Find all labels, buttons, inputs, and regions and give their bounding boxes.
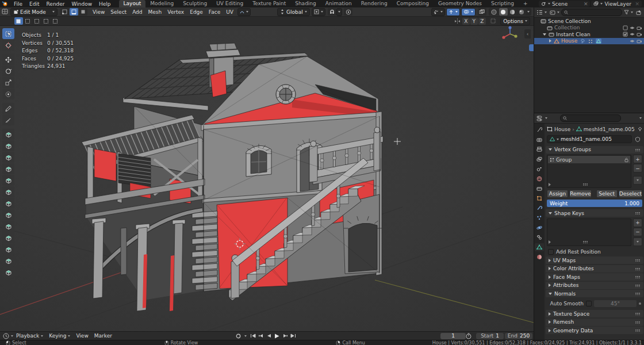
properties-tab-modifiers[interactable] <box>535 204 544 212</box>
mode-dropdown[interactable]: Edit Mode <box>10 8 57 16</box>
timeline-menu-view[interactable]: View <box>73 333 91 339</box>
tool-panel-tab[interactable] <box>529 44 534 51</box>
overlays-dropdown[interactable] <box>461 8 476 16</box>
mirror-x-button[interactable]: X <box>462 18 470 25</box>
shading-rendered-button[interactable] <box>518 8 526 16</box>
properties-tab-render[interactable] <box>535 136 544 144</box>
workspace-tab-rendering[interactable]: Rendering <box>356 0 392 7</box>
snap-options-icon[interactable] <box>489 17 497 25</box>
properties-search[interactable] <box>560 114 621 122</box>
tool-select-box[interactable] <box>2 28 14 39</box>
checkbox-checked-icon[interactable] <box>623 32 628 37</box>
select-extend-button[interactable] <box>24 17 32 25</box>
snap-toggle[interactable] <box>328 8 336 16</box>
blender-logo-icon[interactable] <box>2 1 9 7</box>
timeline-editor-icon[interactable] <box>3 333 9 339</box>
properties-tab-tool[interactable] <box>535 126 544 134</box>
editor-type-icon[interactable] <box>2 9 9 15</box>
tool-smooth[interactable] <box>2 221 14 232</box>
timeline-menu-marker[interactable]: Marker <box>91 333 115 339</box>
orientation-dropdown[interactable]: Global <box>277 8 310 16</box>
workspace-tab-modeling[interactable]: Modeling <box>145 0 178 7</box>
play-reverse-button[interactable] <box>265 332 273 339</box>
remove-vertex-group-button[interactable]: − <box>633 164 642 172</box>
select-button[interactable]: Select <box>596 190 618 198</box>
next-keyframe-button[interactable] <box>281 332 289 339</box>
eye-icon[interactable] <box>630 25 635 30</box>
menu-render[interactable]: Render <box>43 1 68 7</box>
tool-cursor[interactable] <box>2 40 14 51</box>
panel-color-attributes[interactable]: Color Attributes <box>546 265 643 273</box>
sidebar-toggle-arrow[interactable]: ‹ <box>524 29 531 39</box>
mirror-y-button[interactable]: Y <box>470 18 478 25</box>
shading-wireframe-button[interactable] <box>490 8 499 16</box>
expand-arrow-icon[interactable] <box>549 39 551 43</box>
deselect-button[interactable]: Deselect <box>619 190 642 198</box>
outliner-editor-icon[interactable] <box>536 10 543 15</box>
viewlayer-selector[interactable]: ViewLayer ✕ <box>591 1 642 7</box>
properties-tab-object[interactable] <box>535 194 544 202</box>
shading-material-button[interactable] <box>508 8 517 16</box>
panel-shape-keys[interactable]: Shape Keys <box>546 209 643 217</box>
panel-face-maps[interactable]: Face Maps <box>546 273 643 281</box>
viewport-menu-view[interactable]: View <box>90 9 108 15</box>
properties-tab-constraints[interactable] <box>535 233 544 241</box>
tool-spin[interactable] <box>2 209 14 220</box>
select-invert-button[interactable] <box>42 17 51 25</box>
workspace-tab-compositing[interactable]: Compositing <box>392 0 434 7</box>
scene-selector[interactable]: Scene ✕ <box>539 1 591 7</box>
list-filter-row[interactable] <box>549 182 630 187</box>
checkbox-empty-icon[interactable] <box>623 25 628 30</box>
outliner-search[interactable] <box>561 9 622 16</box>
lock-icon[interactable] <box>624 158 628 162</box>
workspace-tab-shading[interactable]: Shading <box>290 0 321 7</box>
tool-scale[interactable] <box>2 77 14 88</box>
mesh-data-icon[interactable] <box>596 39 601 44</box>
camera-icon[interactable] <box>637 39 642 44</box>
workspace-tab-scripting[interactable]: Scripting <box>486 0 519 7</box>
outliner-row-house[interactable]: House <box>534 38 644 45</box>
face-select-button[interactable] <box>79 8 87 16</box>
panel-texture-space[interactable]: Texture Space <box>546 310 643 317</box>
menu-window[interactable]: Window <box>68 1 96 7</box>
properties-tab-output[interactable] <box>535 145 544 154</box>
properties-editor-icon[interactable] <box>536 116 543 121</box>
vertex-groups-list[interactable]: Group <box>547 155 631 188</box>
animate-dot-icon[interactable] <box>639 302 641 305</box>
panel-geometry-data[interactable]: Geometry Data <box>546 327 643 334</box>
current-frame-field[interactable]: 1 <box>440 333 466 339</box>
tool-annotate[interactable] <box>2 103 14 114</box>
timeline-menu-playback[interactable]: Playback <box>13 333 46 339</box>
shading-solid-button[interactable] <box>499 8 508 16</box>
properties-tab-collection[interactable] <box>535 185 544 193</box>
properties-options-chevron[interactable] <box>639 117 642 119</box>
vertex-select-button[interactable] <box>60 8 69 16</box>
end-frame-field[interactable]: End250 <box>505 333 532 339</box>
tool-add-cube[interactable] <box>2 129 14 140</box>
workspace-tab-animation[interactable]: Animation <box>321 0 356 7</box>
workspace-tab-geometry-nodes[interactable]: Geometry Nodes <box>434 0 486 7</box>
pin-icon[interactable] <box>638 126 642 132</box>
add-vertex-group-button[interactable]: + <box>633 155 642 163</box>
expand-arrow-icon[interactable] <box>543 33 546 36</box>
tool-edge-slide[interactable] <box>2 232 14 243</box>
assign-button[interactable]: Assign <box>547 190 568 198</box>
panel-remesh[interactable]: Remesh <box>546 319 643 326</box>
play-button[interactable] <box>273 332 281 339</box>
outliner-row-scene-collection[interactable]: Scene Collection <box>534 18 644 25</box>
options-dropdown[interactable]: Options <box>500 17 530 25</box>
tool-transform[interactable] <box>2 89 14 99</box>
workspace-add-tab[interactable]: + <box>519 0 532 7</box>
viewport-menu-edge[interactable]: Edge <box>187 9 206 15</box>
auto-smooth-checkbox[interactable] <box>586 301 592 306</box>
properties-tab-world[interactable] <box>535 175 544 183</box>
select-intersect-button[interactable] <box>51 17 60 25</box>
tool-rip-region[interactable] <box>2 267 14 278</box>
shape-keys-list[interactable] <box>547 218 631 246</box>
remove-shape-key-button[interactable]: − <box>633 228 642 236</box>
workspace-tab-layout[interactable]: Layout <box>119 0 146 7</box>
stopwatch-icon[interactable] <box>466 333 471 339</box>
properties-tab-particles[interactable] <box>535 214 544 222</box>
snap-dropdown[interactable] <box>336 8 342 16</box>
mirror-z-button[interactable]: Z <box>478 18 486 25</box>
